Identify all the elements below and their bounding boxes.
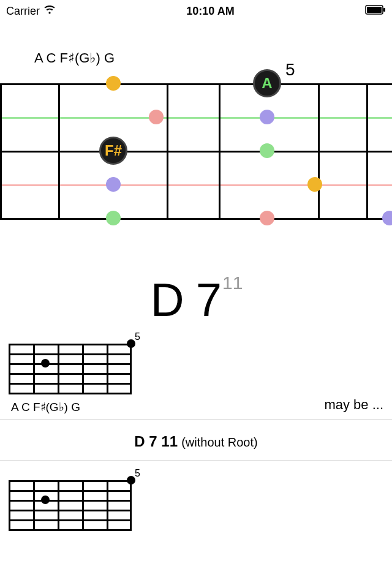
note-dot[interactable]	[149, 110, 164, 124]
chord-extension: 11	[222, 273, 243, 293]
status-bar: Carrier 10:10 AM	[0, 0, 392, 22]
chord-root: D 7	[151, 274, 221, 326]
note-dot[interactable]	[260, 110, 274, 124]
note-dot[interactable]	[106, 211, 121, 225]
note-dot[interactable]	[260, 211, 274, 225]
note-marker-fsharp[interactable]: F#	[99, 137, 127, 165]
chord-name-main: D 711	[0, 273, 392, 326]
chord-list-row[interactable]: 5 A C F♯(G♭) G may be ...	[0, 326, 392, 420]
mini-fret-num: 5	[135, 468, 140, 479]
chord-notes-label: A C F♯(G♭) G	[0, 22, 392, 72]
chord-sub-label: D 7 11 (without Root)	[0, 420, 392, 461]
note-marker-a[interactable]: A	[253, 69, 281, 97]
status-right	[365, 5, 386, 18]
mini-fretboard: 5	[9, 334, 131, 398]
chord-sub-paren: (without Root)	[181, 435, 258, 449]
note-dot[interactable]	[106, 177, 121, 192]
note-dot[interactable]	[260, 143, 274, 158]
note-dot[interactable]	[307, 177, 322, 192]
status-time: 10:10 AM	[186, 5, 234, 18]
svg-rect-2	[383, 8, 385, 12]
svg-rect-1	[367, 7, 382, 13]
main-fretboard[interactable]: A F# 5	[0, 83, 392, 243]
note-dot[interactable]	[382, 211, 392, 225]
note-dot[interactable]	[106, 76, 121, 91]
mini-notes-label: A C F♯(G♭) G	[9, 398, 131, 414]
battery-icon	[365, 5, 386, 18]
maybe-label: may be ...	[324, 397, 383, 414]
chord-sub-bold: D 7 11	[134, 433, 178, 450]
wifi-icon	[43, 5, 56, 18]
carrier-label: Carrier	[6, 5, 40, 18]
mini-fret-num: 5	[135, 331, 140, 342]
mini-fretboard: 5	[9, 470, 131, 534]
chord-list-row[interactable]: 5	[0, 461, 392, 534]
fret-number: 5	[285, 60, 295, 80]
status-left: Carrier	[6, 5, 56, 18]
